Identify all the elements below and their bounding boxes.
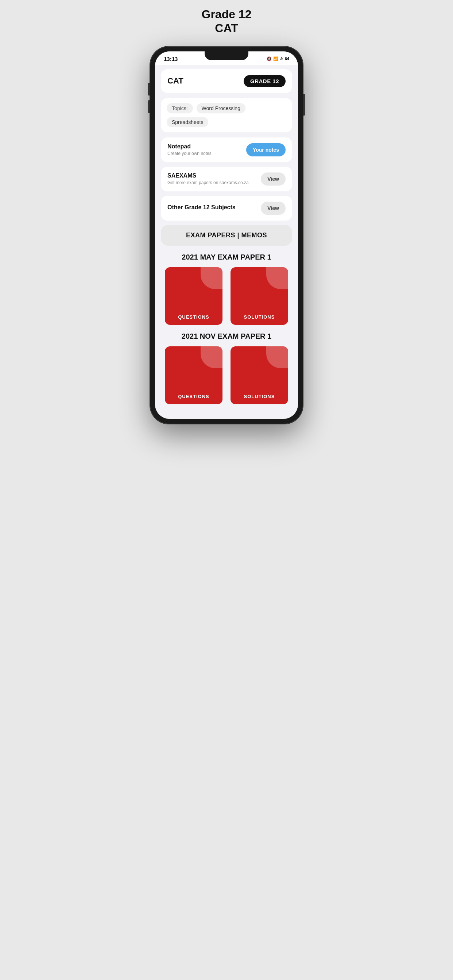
section1-questions-card[interactable]: QUESTIONS [165, 267, 222, 325]
wifi-icon: 📶 [273, 57, 278, 61]
topics-card: Topics: Word Processing Spreadsheets [161, 98, 292, 132]
notepad-text: Notepad Create your own notes [167, 143, 212, 156]
other-subjects-text: Other Grade 12 Subjects [167, 204, 236, 212]
power-button [303, 94, 305, 116]
topics-label: Topics: [167, 103, 193, 113]
alert-icon: ⚠ [280, 57, 283, 61]
notepad-card: Notepad Create your own notes Your notes [161, 137, 292, 162]
section2-questions-label: QUESTIONS [178, 394, 209, 399]
other-subjects-card: Other Grade 12 Subjects View [161, 196, 292, 221]
saexams-title: SAEXAMS [167, 172, 249, 179]
notepad-title: Notepad [167, 143, 212, 150]
notepad-subtitle: Create your own notes [167, 151, 212, 156]
section1-questions-label: QUESTIONS [178, 314, 209, 320]
section2-solutions-label: SOLUTIONS [244, 394, 275, 399]
header-card: CAT GRADE 12 [161, 69, 292, 93]
section2-title: 2021 NOV EXAM PAPER 1 [161, 332, 292, 340]
grade-badge: GRADE 12 [244, 75, 286, 87]
bell-slash-icon: 🔇 [266, 57, 272, 61]
notch [205, 51, 248, 60]
saexams-view-button[interactable]: View [261, 172, 286, 186]
exam-papers-button[interactable]: EXAM PAPERS | MEMOS [161, 225, 292, 246]
saexams-text: SAEXAMS Get more exam papers on saexams.… [167, 172, 249, 185]
exam-papers-label: EXAM PAPERS | MEMOS [186, 232, 267, 239]
screen-content: CAT GRADE 12 Topics: Word Processing Spr… [155, 65, 298, 419]
status-icons: 🔇 📶 ⚠ 64 [266, 57, 289, 61]
saexams-subtitle: Get more exam papers on saexams.co.za [167, 180, 249, 185]
section1-solutions-card[interactable]: SOLUTIONS [231, 267, 288, 325]
topic-chip-word-processing[interactable]: Word Processing [196, 103, 246, 113]
section2-solutions-card[interactable]: SOLUTIONS [231, 346, 288, 404]
section1-solutions-label: SOLUTIONS [244, 314, 275, 320]
subject-label: CAT [167, 76, 183, 86]
section1-title: 2021 MAY EXAM PAPER 1 [161, 253, 292, 261]
your-notes-button[interactable]: Your notes [246, 143, 286, 156]
other-subjects-view-button[interactable]: View [261, 202, 286, 215]
section2-doc-grid: QUESTIONS SOLUTIONS [161, 346, 292, 404]
volume-up-button [148, 83, 150, 95]
battery-icon: 64 [285, 57, 289, 61]
saexams-card: SAEXAMS Get more exam papers on saexams.… [161, 167, 292, 191]
topic-chip-spreadsheets[interactable]: Spreadsheets [167, 117, 208, 127]
volume-down-button [148, 100, 150, 113]
section2-questions-card[interactable]: QUESTIONS [165, 346, 222, 404]
page-title: Grade 12 CAT [202, 7, 252, 35]
phone-frame: 13:13 🔇 📶 ⚠ 64 CAT GRADE 12 Topics: [150, 46, 303, 424]
status-time: 13:13 [164, 56, 178, 62]
phone-screen: 13:13 🔇 📶 ⚠ 64 CAT GRADE 12 Topics: [155, 51, 298, 419]
section1-doc-grid: QUESTIONS SOLUTIONS [161, 267, 292, 325]
page-wrapper: Grade 12 CAT 13:13 🔇 📶 ⚠ 64 [143, 7, 310, 424]
other-subjects-title: Other Grade 12 Subjects [167, 204, 236, 211]
